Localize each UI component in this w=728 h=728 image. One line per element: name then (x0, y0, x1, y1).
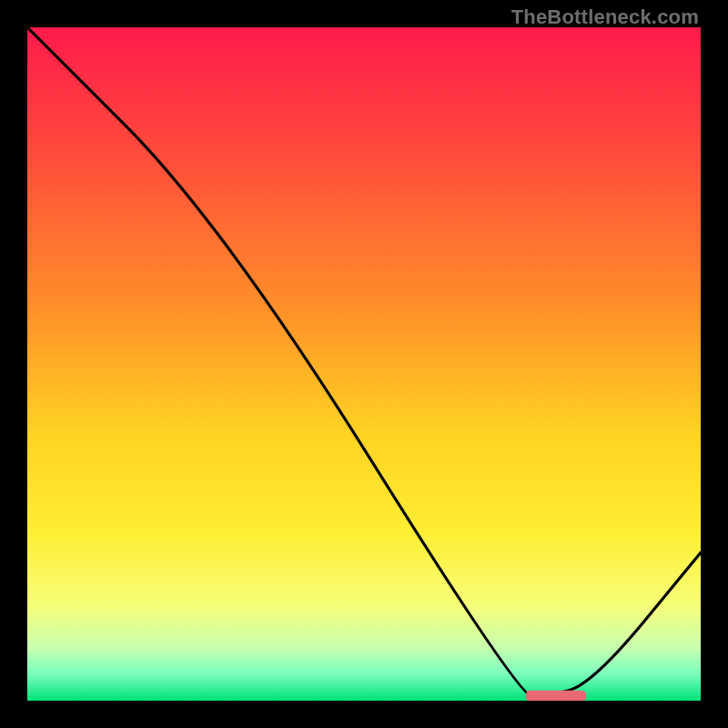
plot-area (27, 27, 701, 701)
chart-frame: TheBottleneck.com (0, 0, 728, 728)
bottleneck-curve (27, 27, 701, 697)
curve-layer (27, 27, 701, 701)
attribution-text: TheBottleneck.com (511, 5, 699, 29)
optimum-marker (526, 691, 587, 701)
